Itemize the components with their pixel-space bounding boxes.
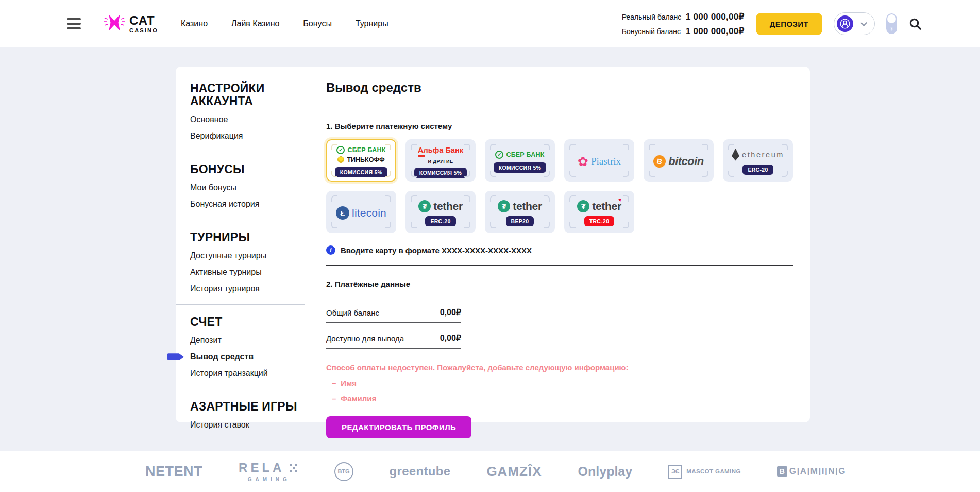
- page-title: Вывод средств: [326, 80, 793, 95]
- sidebar-section-title-bonuses: БОНУСЫ: [190, 163, 305, 176]
- top-header: CAT CASINO Казино Лайв Казино Бонусы Тур…: [0, 0, 980, 47]
- provider-logo-bgaming: B G|A|M|I|N|G: [777, 466, 846, 477]
- payment-balances: Общий баланс 0,00₽ Доступно для вывода 0…: [326, 297, 461, 349]
- nav-tournaments[interactable]: Турниры: [356, 19, 388, 28]
- bonus-balance-row: Бонусный баланс 1 000 000,00₽: [622, 24, 745, 38]
- search-button[interactable]: [908, 17, 922, 31]
- payment-tile-ethereum[interactable]: ethereum ERC-20: [723, 139, 793, 182]
- real-balance-row: Реальный баланс 1 000 000,00₽: [622, 10, 745, 24]
- sidebar-item-bet-history[interactable]: История ставок: [190, 420, 249, 430]
- real-balance-value: 1 000 000,00₽: [686, 11, 745, 22]
- commission-badge: КОМИССИЯ 5%: [414, 168, 467, 178]
- sidebar-divider: [176, 304, 305, 305]
- logo-subtitle: CASINO: [129, 28, 158, 34]
- sidebar-item-available-tournaments[interactable]: Доступные турниры: [190, 251, 266, 260]
- payment-tile-litecoin[interactable]: Łlitecoin: [326, 191, 396, 233]
- missing-field-last-name: –Фамилия: [332, 394, 793, 403]
- tether-icon: ₮: [418, 200, 431, 212]
- nav-bonuses[interactable]: Бонусы: [303, 19, 332, 28]
- network-badge: ERC-20: [742, 165, 773, 175]
- tinkoff-icon: [337, 156, 344, 163]
- payment-tile-tether-bep20[interactable]: ₮tether BEP20: [485, 191, 555, 233]
- ethereum-icon: [732, 149, 739, 161]
- payment-tile-piastrix[interactable]: ✿Piastrix: [564, 139, 634, 182]
- dash-bullet: –: [332, 379, 336, 387]
- info-note-text: Вводите карту в формате XXXX-XXXX-XXXX-X…: [341, 246, 532, 255]
- provider-logo-relax-gaming: RELA GAMING: [239, 461, 298, 482]
- sidebar-section-title-tournaments: ТУРНИРЫ: [190, 231, 305, 244]
- payment-tile-sber-tinkoff[interactable]: ✓СБЕР БАНК ТИНЬКОФФ КОМИССИЯ 5%: [326, 139, 396, 182]
- sidebar-item-my-bonuses[interactable]: Мои бонусы: [190, 183, 236, 192]
- payment-tile-sberbank[interactable]: ✓СБЕР БАНК КОМИССИЯ 5%: [485, 139, 555, 182]
- payment-tile-alfabank[interactable]: Альфа Банк И ДРУГИЕ КОМИССИЯ 5%: [405, 139, 476, 182]
- sidebar-item-deposit[interactable]: Депозит: [190, 335, 222, 345]
- person-icon: [840, 19, 850, 29]
- theme-toggle[interactable]: ☀: [886, 13, 897, 34]
- divider: [326, 265, 793, 266]
- tether-icon: ₮: [577, 200, 589, 212]
- payment-tile-bitcoin[interactable]: Bbitcoin: [644, 139, 714, 182]
- sberbank-icon: ✓: [495, 151, 503, 159]
- mascot-emblem-icon: ЭЄ: [668, 465, 682, 479]
- missing-field-first-name: –Имя: [332, 379, 793, 387]
- deposit-button[interactable]: ДЕПОЗИТ: [756, 13, 822, 35]
- total-balance-row: Общий баланс 0,00₽: [326, 297, 461, 323]
- sidebar-item-bonus-history[interactable]: Бонусная история: [190, 199, 259, 209]
- search-icon: [908, 17, 922, 31]
- sun-icon: ☀: [886, 26, 897, 32]
- provider-logo-mascot-gaming: ЭЄ MASCOT GAMING: [668, 465, 741, 479]
- tile-label: СБЕР БАНК: [506, 151, 544, 158]
- sidebar-item-tournament-history[interactable]: История турниров: [190, 284, 260, 293]
- available-balance-label: Доступно для вывода: [326, 334, 404, 343]
- provider-logo-greentube: greentube: [390, 464, 451, 479]
- bonus-balance-label: Бонусный баланс: [622, 27, 681, 36]
- nav-live-casino[interactable]: Лайв Казино: [231, 19, 279, 28]
- payment-methods-grid: ✓СБЕР БАНК ТИНЬКОФФ КОМИССИЯ 5% Альфа Ба…: [326, 139, 793, 233]
- sidebar-item-withdrawal[interactable]: Вывод средств: [190, 352, 254, 362]
- real-balance-label: Реальный баланс: [622, 13, 681, 21]
- nav-casino[interactable]: Казино: [181, 19, 208, 28]
- logo-title: CAT: [129, 14, 158, 27]
- available-balance-row: Доступно для вывода 0,00₽: [326, 323, 461, 349]
- account-card: НАСТРОЙКИ АККАУНТА Основное Верификация …: [176, 67, 810, 422]
- sidebar-divider: [176, 152, 305, 152]
- commission-badge: КОМИССИЯ 5%: [335, 167, 388, 177]
- sberbank-icon: ✓: [336, 146, 345, 154]
- profile-menu[interactable]: [834, 12, 875, 35]
- sidebar-item-verification[interactable]: Верификация: [190, 131, 243, 141]
- active-item-indicator-icon: [167, 353, 184, 360]
- sidebar-item-main[interactable]: Основное: [190, 114, 228, 124]
- payment-tile-tether-trc20[interactable]: ▼ ₮tether TRC-20: [564, 191, 634, 233]
- tile-label: ТИНЬКОФФ: [347, 156, 384, 163]
- tron-icon: ▼: [617, 197, 623, 203]
- chevron-down-icon: [860, 20, 867, 26]
- tile-label: bitcoin: [668, 155, 704, 168]
- divider: [326, 108, 793, 108]
- provider-logo-btg: BTG: [334, 462, 353, 481]
- payment-unavailable-message: Способ оплаты недоступен. Пожалуйста, до…: [326, 363, 793, 372]
- edit-profile-button[interactable]: РЕДАКТИРОВАТЬ ПРОФИЛЬ: [326, 416, 471, 438]
- sidebar-section-title-account-settings: НАСТРОЙКИ АККАУНТА: [190, 82, 305, 108]
- tile-label: litecoin: [352, 207, 386, 219]
- total-balance-value: 0,00₽: [440, 307, 461, 317]
- withdrawal-content: Вывод средств 1. Выберите платежную сист…: [305, 67, 812, 422]
- sidebar-item-transaction-history[interactable]: История транзакций: [190, 368, 268, 378]
- tile-label: СБЕР БАНК: [347, 146, 385, 154]
- balance-block: Реальный баланс 1 000 000,00₽ Бонусный б…: [622, 10, 745, 38]
- available-balance-value: 0,00₽: [440, 333, 461, 343]
- cat-casino-logo[interactable]: CAT CASINO: [104, 12, 158, 36]
- total-balance-label: Общий баланс: [326, 308, 379, 317]
- account-sidebar: НАСТРОЙКИ АККАУНТА Основное Верификация …: [176, 67, 305, 422]
- commission-badge: КОМИССИЯ 5%: [494, 162, 547, 173]
- sidebar-item-active-tournaments[interactable]: Активные турниры: [190, 267, 262, 277]
- step1-label: 1. Выберите платежную систему: [326, 122, 793, 130]
- tile-label: Piastrix: [591, 156, 621, 167]
- tether-icon: ₮: [498, 200, 510, 212]
- hamburger-menu-icon[interactable]: [67, 16, 81, 31]
- sidebar-section-title-account: СЧЕТ: [190, 316, 305, 329]
- payment-tile-tether-erc20[interactable]: ₮tether ERC-20: [405, 191, 476, 233]
- tile-label: tether: [592, 200, 621, 212]
- network-badge: TRC-20: [584, 216, 615, 226]
- provider-logo-onlyplay: Onlyplay: [578, 464, 633, 479]
- bitcoin-icon: B: [652, 154, 667, 169]
